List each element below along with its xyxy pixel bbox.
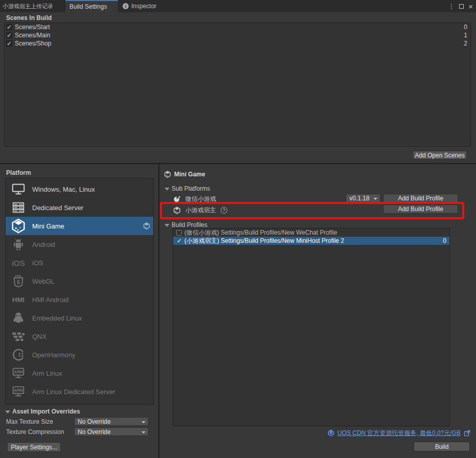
foldout-triangle-icon	[164, 224, 170, 227]
add-build-profile-button-wechat[interactable]: Add Build Profile	[383, 194, 458, 203]
scene-checkbox[interactable]	[6, 32, 12, 38]
scene-row[interactable]: Scenes/Start 0	[5, 23, 470, 31]
build-settings-window: 小游戏宿主上传记录 Build Settings i Inspector ⋮ ×…	[0, 0, 476, 458]
hmi-icon: HMI	[11, 292, 26, 307]
tab-minigame-host-upload-log[interactable]: 小游戏宿主上传记录	[0, 0, 65, 12]
chevron-down-icon	[141, 431, 146, 433]
platform-row-ios[interactable]: iOS iOS	[6, 254, 153, 272]
server-icon	[11, 200, 26, 215]
scene-row[interactable]: Scenes/Main 1	[5, 31, 470, 39]
scene-index: 0	[464, 24, 467, 31]
dropdown-value: No Override	[78, 428, 111, 436]
help-icon[interactable]: ?	[221, 207, 227, 214]
platform-row-hmi-android[interactable]: HMI HMI Android	[6, 290, 153, 309]
foldout-triangle-icon	[5, 410, 10, 414]
monitor-icon	[11, 181, 26, 197]
profile-label: (小游戏宿主) Settings/Build Profiles/New Mini…	[184, 237, 344, 245]
dropdown-value: No Override	[78, 418, 111, 425]
profile-checkbox[interactable]	[176, 230, 182, 236]
sub-platforms-title: Sub Platforms	[172, 185, 210, 192]
tab-inspector[interactable]: i Inspector	[118, 0, 168, 12]
add-build-profile-button-minihost[interactable]: Add Build Profile	[383, 204, 458, 214]
penguin-icon	[11, 310, 26, 326]
info-icon: i	[123, 3, 129, 9]
uos-cdn-row: UOS CDN 官方资源托管服务, 最低0.0?元/GB	[327, 428, 470, 438]
subplatform-label: 微信小游戏	[185, 195, 216, 203]
build-profiles-foldout[interactable]: Build Profiles	[164, 221, 207, 228]
external-link-icon	[464, 430, 470, 437]
scenes-in-build-title: Scenes In Build	[6, 14, 52, 21]
platform-label: QNX	[32, 333, 46, 340]
dropdown-value: v0.1.18	[349, 195, 369, 202]
platform-label: OpenHarmony	[32, 351, 76, 359]
asset-import-overrides-foldout[interactable]: Asset Import Overrides	[5, 408, 80, 415]
scene-index: 2	[464, 40, 467, 47]
platform-row-openharmony[interactable]: OpenHarmony	[6, 346, 153, 364]
build-profile-row-minihost[interactable]: (小游戏宿主) Settings/Build Profiles/New Mini…	[173, 237, 449, 245]
minigame-panel-header: Mini Game	[164, 171, 205, 178]
add-open-scenes-button[interactable]: Add Open Scenes	[413, 151, 467, 159]
scene-checkbox[interactable]	[6, 24, 12, 30]
texture-compression-dropdown[interactable]: No Override	[74, 427, 149, 436]
platform-row-embedded-linux[interactable]: Embedded Linux	[6, 309, 153, 327]
minigame-cube-icon	[173, 207, 181, 214]
close-icon[interactable]: ×	[468, 2, 473, 11]
build-button[interactable]: Build	[414, 442, 470, 451]
player-settings-button[interactable]: Player Settings...	[7, 442, 61, 452]
scene-index: 1	[464, 32, 467, 39]
maximize-icon[interactable]	[459, 4, 464, 9]
platform-row-arm-linux[interactable]: ARM Arm Linux	[6, 364, 153, 382]
scene-name: Scenes/Shop	[15, 40, 51, 47]
max-texture-size-label: Max Texture Size	[6, 418, 53, 425]
uos-cdn-icon	[327, 429, 335, 437]
platform-row-dedicated-server[interactable]: Dedicated Server	[6, 198, 153, 217]
wechat-minigame-icon	[173, 195, 181, 203]
profile-label: (微信小游戏) Settings/Build Profiles/New WeCh…	[184, 228, 337, 237]
svg-text:ARM: ARM	[14, 388, 23, 393]
wechat-version-dropdown[interactable]: v0.1.18	[346, 194, 380, 202]
scene-checkbox[interactable]	[6, 40, 12, 47]
platform-row-arm-linux-dedicated-server[interactable]: ARM Arm Linux Dedicated Server	[6, 382, 153, 401]
platform-label: Dedicated Server	[32, 204, 83, 212]
scene-row[interactable]: Scenes/Shop 2	[5, 39, 470, 48]
max-texture-size-dropdown[interactable]: No Override	[74, 417, 149, 426]
build-profiles-list: (微信小游戏) Settings/Build Profiles/New WeCh…	[173, 228, 450, 426]
profile-checkbox[interactable]	[176, 238, 182, 244]
platform-label: Android	[32, 241, 55, 248]
foldout-triangle-icon	[164, 188, 170, 191]
tab-label: Inspector	[131, 3, 156, 10]
platform-row-windows[interactable]: Windows, Mac, Linux	[6, 180, 153, 198]
arm-monitor-icon: ARM	[11, 384, 26, 399]
tab-label: Build Settings	[69, 3, 107, 10]
sub-platforms-foldout[interactable]: Sub Platforms	[164, 185, 210, 192]
tab-bar: 小游戏宿主上传记录 Build Settings i Inspector ⋮ ×	[0, 0, 476, 12]
scenes-list: Scenes/Start 0 Scenes/Main 1 Scenes/Shop…	[4, 22, 471, 147]
platform-row-qnx[interactable]: QNX	[6, 327, 153, 346]
html5-icon: HTML5	[11, 273, 26, 289]
scene-name: Scenes/Main	[15, 32, 50, 39]
subplatform-row-wechat: 微信小游戏	[173, 194, 216, 203]
build-profile-row-wechat[interactable]: (微信小游戏) Settings/Build Profiles/New WeCh…	[173, 229, 449, 237]
platform-row-android[interactable]: Android	[6, 235, 153, 254]
subplatform-label: 小游戏宿主	[185, 206, 216, 215]
openharmony-icon	[11, 347, 26, 362]
vertical-divider	[158, 164, 159, 458]
window-menu-icon[interactable]: ⋮	[448, 3, 455, 10]
tab-build-settings[interactable]: Build Settings	[65, 0, 118, 12]
minigame-cube-icon	[11, 218, 26, 234]
uos-cdn-link[interactable]: UOS CDN 官方资源托管服务, 最低0.0?元/GB	[338, 429, 461, 438]
platform-row-webgl[interactable]: HTML5 WebGL	[6, 272, 153, 290]
platform-label: Arm Linux Dedicated Server	[32, 388, 115, 396]
platform-label: Mini Game	[32, 222, 64, 230]
platform-row-mini-game[interactable]: Mini Game	[6, 217, 153, 235]
ios-icon: iOS	[11, 255, 26, 270]
android-icon	[11, 237, 26, 252]
asset-import-overrides-title: Asset Import Overrides	[12, 408, 80, 415]
minigame-cube-icon	[164, 171, 171, 178]
texture-compression-label: Texture Compression	[6, 428, 64, 436]
chevron-down-icon	[141, 421, 146, 423]
build-profiles-title: Build Profiles	[172, 221, 207, 228]
subplatform-row-minihost: 小游戏宿主 ?	[173, 205, 227, 215]
arm-monitor-icon: ARM	[11, 365, 26, 381]
platform-label: Embedded Linux	[32, 314, 82, 322]
